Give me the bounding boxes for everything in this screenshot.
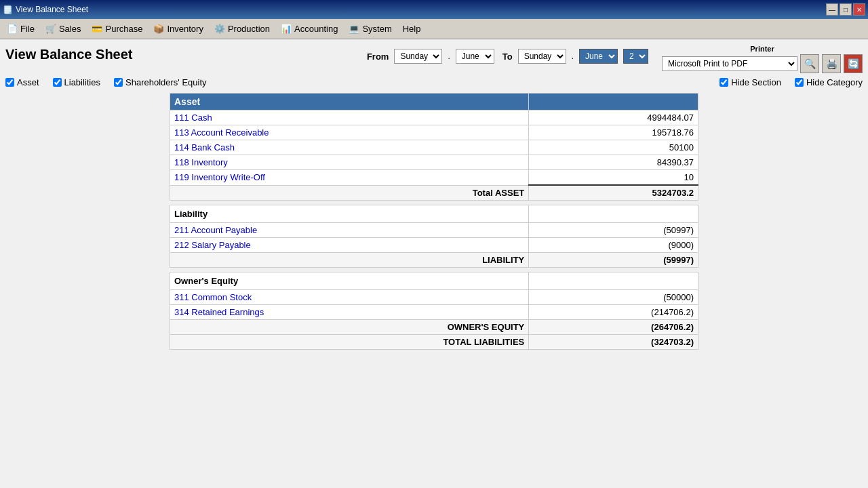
table-row: 114 Bank Cash 50100 <box>170 140 698 155</box>
shareholders-equity-checkbox[interactable] <box>114 78 123 87</box>
accounting-icon: 📊 <box>281 24 292 34</box>
to-label: To <box>502 52 513 62</box>
row-value: 10 <box>529 170 698 186</box>
minimize-button[interactable]: — <box>826 3 838 16</box>
from-month-select[interactable]: June <box>456 49 494 64</box>
menu-production[interactable]: ⚙️ Production <box>209 19 275 39</box>
row-value: 195718.76 <box>529 125 698 140</box>
asset-header: Asset <box>170 94 698 110</box>
spacer-row <box>170 268 698 272</box>
row-value: (50997) <box>529 223 698 238</box>
grand-total-value: (324703.2) <box>529 335 698 350</box>
asset-checkbox-item[interactable]: Asset <box>5 77 39 87</box>
owners-equity-header-label: Owner's Equity <box>170 272 529 290</box>
printer-select[interactable]: Microsoft Print to PDF <box>662 56 797 71</box>
refresh-button[interactable]: 🔄 <box>844 54 863 73</box>
menu-inventory-label: Inventory <box>167 24 203 34</box>
window-content: View Balance Sheet From Sunday . June To… <box>0 39 868 488</box>
hide-category-label: Hide Category <box>806 77 863 87</box>
table-row: 111 Cash 4994484.07 <box>170 110 698 125</box>
menu-help-label: Help <box>403 24 421 34</box>
liabilities-label: Liabilities <box>64 77 100 87</box>
table-row: 314 Retained Earnings (214706.2) <box>170 305 698 320</box>
table-row: 119 Inventory Write-Off 10 <box>170 170 698 186</box>
grand-total-row: TOTAL LIABILITIES (324703.2) <box>170 335 698 350</box>
menu-production-label: Production <box>228 24 270 34</box>
asset-total-value: 5324703.2 <box>529 185 698 201</box>
menu-system[interactable]: 💻 System <box>343 19 397 39</box>
table-row: 311 Common Stock (50000) <box>170 290 698 305</box>
row-value: (9000) <box>529 238 698 253</box>
hide-section-label: Hide Section <box>731 77 781 87</box>
shareholders-equity-label: Shareholders' Equity <box>125 77 207 87</box>
title-bar-text: 🗒️ View Balance Sheet <box>3 5 88 14</box>
menu-system-label: System <box>362 24 391 34</box>
asset-checkbox[interactable] <box>5 78 14 87</box>
row-value: 84390.37 <box>529 155 698 170</box>
grand-total-label: TOTAL LIABILITIES <box>170 335 529 350</box>
table-row: 118 Inventory 84390.37 <box>170 155 698 170</box>
row-code: 314 Retained Earnings <box>170 305 529 320</box>
page-title: View Balance Sheet <box>5 45 133 64</box>
from-day-select[interactable]: Sunday <box>394 49 442 64</box>
preview-icon: 🔍 <box>804 58 816 69</box>
spacer-row <box>170 201 698 205</box>
table-row: 211 Account Payable (50997) <box>170 223 698 238</box>
menu-sales[interactable]: 🛒 Sales <box>40 19 87 39</box>
row-code: 119 Inventory Write-Off <box>170 170 529 186</box>
menu-sales-label: Sales <box>59 24 81 34</box>
liability-total-label: LIABILITY <box>170 253 529 268</box>
menu-help[interactable]: Help <box>397 19 427 39</box>
row-code: 212 Salary Payable <box>170 238 529 253</box>
liabilities-checkbox-item[interactable]: Liabilities <box>53 77 100 87</box>
asset-total-row: Total ASSET 5324703.2 <box>170 185 698 201</box>
maximize-button[interactable]: □ <box>840 3 852 16</box>
title-bar: 🗒️ View Balance Sheet — □ ✕ <box>0 0 868 19</box>
row-code: 111 Cash <box>170 110 529 125</box>
print-icon: 🖨️ <box>826 58 837 69</box>
table-container: Asset 111 Cash 4994484.07 113 Account Re… <box>5 93 863 350</box>
purchase-icon: 💳 <box>92 24 102 34</box>
row-value: 4994484.07 <box>529 110 698 125</box>
hide-category-checkbox-item[interactable]: Hide Category <box>795 77 863 87</box>
row-value: (50000) <box>529 290 698 305</box>
to-day-select[interactable]: Sunday <box>518 49 566 64</box>
asset-total-label: Total ASSET <box>170 185 529 201</box>
row-code: 113 Account Receivable <box>170 125 529 140</box>
preview-button[interactable]: 🔍 <box>800 54 819 73</box>
system-icon: 💻 <box>349 24 359 34</box>
asset-label: Asset <box>17 77 39 87</box>
from-label: From <box>367 52 389 62</box>
shareholders-equity-checkbox-item[interactable]: Shareholders' Equity <box>114 77 207 87</box>
menu-purchase-label: Purchase <box>105 24 142 34</box>
liability-header: Liability <box>170 205 698 223</box>
row-value: 50100 <box>529 140 698 155</box>
owners-equity-header: Owner's Equity <box>170 272 698 290</box>
title-bar-label: View Balance Sheet <box>16 5 88 14</box>
hide-category-checkbox[interactable] <box>795 78 804 87</box>
menu-file[interactable]: 📄 File <box>1 19 40 39</box>
liability-header-label: Liability <box>170 205 529 223</box>
sales-icon: 🛒 <box>45 24 56 34</box>
file-icon: 📄 <box>7 24 18 34</box>
window-controls: — □ ✕ <box>826 3 865 16</box>
liability-total-value: (59997) <box>529 253 698 268</box>
menu-file-label: File <box>20 24 35 34</box>
menu-purchase[interactable]: 💳 Purchase <box>86 19 148 39</box>
refresh-icon: 🔄 <box>848 58 859 69</box>
liabilities-checkbox[interactable] <box>53 78 62 87</box>
hide-section-checkbox-item[interactable]: Hide Section <box>719 77 781 87</box>
row-code: 118 Inventory <box>170 155 529 170</box>
inventory-icon: 📦 <box>153 24 164 34</box>
printer-label: Printer <box>662 45 863 53</box>
print-button[interactable]: 🖨️ <box>822 54 841 73</box>
row-value: (214706.2) <box>529 305 698 320</box>
menu-accounting[interactable]: 📊 Accounting <box>275 19 343 39</box>
menu-inventory[interactable]: 📦 Inventory <box>148 19 208 39</box>
table-row: 113 Account Receivable 195718.76 <box>170 125 698 140</box>
owners-equity-total-row: OWNER'S EQUITY (264706.2) <box>170 320 698 335</box>
to-daynum-select[interactable]: 2 <box>623 49 648 64</box>
close-button[interactable]: ✕ <box>853 3 865 16</box>
hide-section-checkbox[interactable] <box>719 78 728 87</box>
to-month-select[interactable]: June <box>579 49 618 64</box>
